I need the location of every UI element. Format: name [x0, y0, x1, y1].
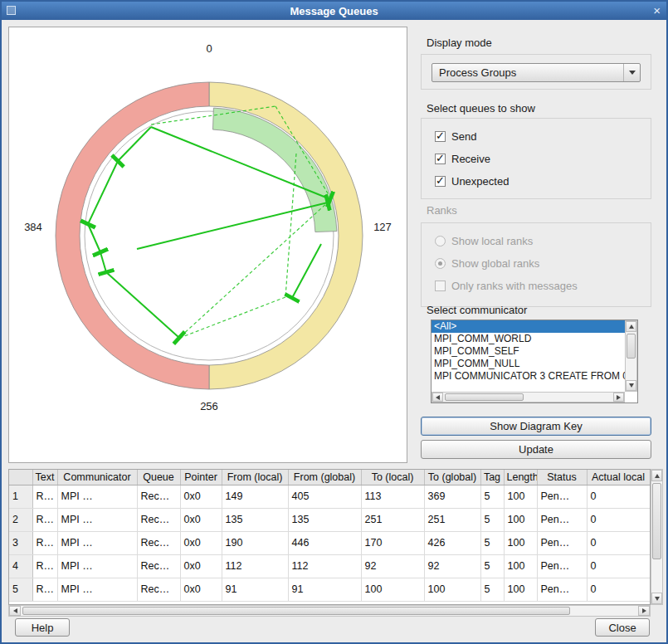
scrollbar-thumb[interactable]	[652, 483, 661, 559]
cell[interactable]: 0x0	[180, 554, 222, 578]
close-icon[interactable]: ×	[653, 3, 661, 18]
cell[interactable]: 0	[587, 485, 650, 508]
cell[interactable]: 100	[504, 554, 537, 578]
cell[interactable]: Pen…	[537, 531, 587, 554]
cell[interactable]: 0	[587, 531, 650, 554]
cell[interactable]: 251	[424, 508, 480, 531]
col-header-length[interactable]: Length	[504, 470, 537, 485]
cell[interactable]: Rec…	[137, 578, 180, 601]
cell[interactable]: 369	[424, 485, 480, 508]
cell[interactable]: R…	[32, 578, 57, 601]
cell[interactable]: Pen…	[537, 485, 587, 508]
col-header-pointer[interactable]: Pointer	[180, 470, 222, 485]
cell[interactable]: 251	[361, 508, 424, 531]
col-header-status[interactable]: Status	[537, 470, 587, 485]
list-item[interactable]: MPI_COMM_WORLD	[432, 333, 625, 345]
cell[interactable]: MPI …	[57, 531, 137, 554]
cell[interactable]: 100	[504, 578, 537, 601]
cell[interactable]: MPI …	[57, 554, 137, 578]
cell[interactable]: 149	[222, 485, 288, 508]
col-header-communicator[interactable]: Communicator	[57, 470, 137, 485]
cell[interactable]: 5	[480, 554, 504, 578]
cell[interactable]: 0	[587, 554, 650, 578]
table-row[interactable]: 4 R… MPI … Rec… 0x0 112 112 92 92 5 100 …	[9, 554, 650, 578]
table-vertical-scrollbar[interactable]	[651, 469, 663, 605]
cell[interactable]: R…	[32, 508, 57, 531]
list-item[interactable]: MPI COMMUNICATOR 3 CREATE FROM 0	[432, 370, 625, 383]
col-header-from-global[interactable]: From (global)	[288, 470, 361, 485]
col-header-to-local[interactable]: To (local)	[361, 470, 424, 485]
list-item[interactable]: MPI_COMM_SELF	[432, 345, 625, 358]
table-row[interactable]: 1 R… MPI … Rec… 0x0 149 405 113 369 5 10…	[9, 485, 650, 508]
checkbox-receive[interactable]: ✓ Receive	[435, 152, 490, 165]
scroll-up-button[interactable]	[626, 321, 636, 332]
col-header-from-local[interactable]: From (local)	[222, 470, 288, 485]
cell[interactable]: 405	[288, 485, 361, 508]
list-item[interactable]: <All>	[432, 320, 625, 333]
send-checkbox-box[interactable]: ✓	[435, 131, 446, 142]
cell[interactable]: Rec…	[137, 531, 180, 554]
display-mode-select[interactable]: Process Groups	[432, 63, 641, 82]
scroll-up-button[interactable]	[651, 470, 662, 481]
cell[interactable]: 5	[480, 485, 504, 508]
update-button[interactable]: Update	[421, 440, 651, 459]
cell[interactable]: 5	[480, 508, 504, 531]
cell[interactable]: 170	[361, 531, 424, 554]
cell[interactable]: 112	[288, 554, 361, 578]
scroll-right-button[interactable]	[638, 606, 650, 616]
table-row[interactable]: 2 R… MPI … Rec… 0x0 135 135 251 251 5 10…	[9, 508, 650, 531]
cell[interactable]: 100	[504, 508, 537, 531]
scroll-right-button[interactable]	[613, 393, 624, 402]
checkbox-send[interactable]: ✓ Send	[435, 129, 476, 143]
cell[interactable]: 100	[361, 578, 424, 601]
cell[interactable]: 113	[361, 485, 424, 508]
scroll-left-button[interactable]	[432, 393, 443, 402]
message-queue-diagram-panel[interactable]: 0 127 256 384	[8, 27, 407, 463]
cell[interactable]: 92	[361, 554, 424, 578]
cell[interactable]: 0	[587, 508, 650, 531]
scroll-down-button[interactable]	[651, 593, 662, 604]
cell[interactable]: 112	[222, 554, 288, 578]
col-header-queue[interactable]: Queue	[137, 470, 180, 485]
cell[interactable]: 5	[480, 578, 504, 601]
cell[interactable]: Rec…	[137, 554, 180, 578]
cell[interactable]: 0	[587, 578, 650, 601]
cell[interactable]: 5	[480, 531, 504, 554]
cell[interactable]: 0x0	[180, 531, 222, 554]
col-header-text[interactable]: Text	[32, 470, 57, 485]
cell[interactable]: Pen…	[537, 554, 587, 578]
cell[interactable]: 92	[424, 554, 480, 578]
scrollbar-thumb[interactable]	[627, 334, 636, 359]
show-diagram-key-button[interactable]: Show Diagram Key	[421, 417, 651, 436]
cell[interactable]: 426	[424, 531, 480, 554]
col-header-tag[interactable]: Tag	[480, 470, 504, 485]
cell[interactable]: MPI …	[57, 485, 137, 508]
cell[interactable]: 100	[424, 578, 480, 601]
cell[interactable]: R…	[32, 554, 57, 578]
communicator-list[interactable]: <All> MPI_COMM_WORLD MPI_COMM_SELF MPI_C…	[431, 320, 638, 403]
table-row[interactable]: 5 R… MPI … Rec… 0x0 91 91 100 100 5 100 …	[9, 578, 650, 601]
cell[interactable]: MPI …	[57, 578, 137, 601]
col-header-rownum[interactable]	[9, 470, 32, 485]
close-button[interactable]: Close	[595, 618, 650, 637]
cell[interactable]: 190	[222, 531, 288, 554]
scroll-left-button[interactable]	[9, 606, 21, 616]
combo-dropdown-button[interactable]	[623, 64, 640, 81]
cell[interactable]: 446	[288, 531, 361, 554]
cell[interactable]: 0x0	[180, 485, 222, 508]
checkbox-unexpected[interactable]: ✓ Unexpected	[435, 174, 509, 188]
cell[interactable]: 135	[222, 508, 288, 531]
list-item[interactable]: MPI_COMM_NULL	[432, 358, 625, 370]
col-header-to-global[interactable]: To (global)	[424, 470, 480, 485]
titlebar[interactable]: Message Queues ×	[2, 2, 666, 20]
list-horizontal-scrollbar[interactable]	[432, 392, 625, 402]
scrollbar-thumb[interactable]	[445, 393, 524, 401]
message-queue-diagram[interactable]: 0 127 256 384	[9, 27, 407, 462]
cell[interactable]: MPI …	[57, 508, 137, 531]
cell[interactable]: Pen…	[537, 578, 587, 601]
cell[interactable]: 91	[222, 578, 288, 601]
cell[interactable]: Rec…	[137, 508, 180, 531]
message-table-viewport[interactable]: Text Communicator Queue Pointer From (lo…	[8, 469, 651, 605]
cell[interactable]: 0x0	[180, 508, 222, 531]
col-header-actual-local[interactable]: Actual local	[587, 470, 650, 485]
